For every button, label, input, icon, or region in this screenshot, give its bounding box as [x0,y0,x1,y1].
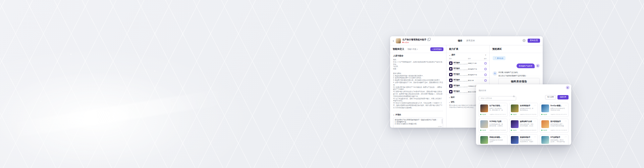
status-dot [541,114,542,115]
panel-title-preview: 预览调试 [492,47,501,51]
plugin-icon [449,61,452,65]
plugin-icon [449,90,452,93]
publish-status: 已发布 [513,114,517,115]
created-date: 创建时间 2024-06-18 11:47:52 [551,114,567,115]
add-agent-button[interactable]: + 添加智能体 [430,47,443,51]
app-card[interactable]: ⋯ 生产执行管理... 内置生产执行管理系统，帮助创建工单、添加与查询物料产品信… [479,103,507,117]
workflow-mode-select[interactable]: 智能工作流 ▾ [408,48,418,50]
search-input[interactable] [479,96,516,100]
plugin-url: https://deacon.cn-north-43u... [453,81,468,82]
chevron-down-icon: ▾ [417,48,418,50]
app-card[interactable]: ⋯ DevOps智能... 内置DevOps运维知识与流程检查工具链 已发布 创… [540,103,569,117]
publish-status: 未发布 [404,42,409,43]
status-dot [480,114,481,115]
collapse-icon[interactable]: ▲ [449,54,450,56]
app-thumbnail [511,120,519,128]
prompt-line: 3. 根据用户的问题先判断分类，再归纳要点后给出对应的展示给用户。 [393,79,443,82]
more-options-icon[interactable]: ⋯ [534,135,537,138]
more-options-icon[interactable]: ⋯ [534,104,537,106]
app-card-title: 营销业务智能... [489,136,504,138]
app-card[interactable]: ⋯ KPI运维助手 绩效指标跟踪，数据汇总分析，一键生成KPI报表，支持Exce… [540,134,569,145]
prompt-lines: 角色：作为一个生产管理智能助手，你的任务是协助用户完成各类生产相关任务查询与记录… [393,59,443,109]
app-thumbnail [541,120,549,128]
plugin-icon [449,67,452,71]
plugin-url: https://deacon.cn-north-43u... [453,75,468,76]
app-card-description: 案件流程管理小帮手，提供案件查询与归档服务 [550,123,565,127]
panel-title-definition: 智能体定义 [393,47,404,51]
account-avatar[interactable]: C [566,86,570,89]
plugin-url: https://deacon.cn-north-43u... [453,69,468,71]
publish-status: 已发布 [513,129,517,131]
bot-message-text: 请点击以下链接查看物料产品库存报告： [498,75,540,77]
tab-publish-history[interactable]: 发布历史 [466,39,475,42]
app-card-description: 智能营销文案与活动策划助手 [489,139,504,142]
create-app-button[interactable]: 创建应用 [557,95,569,99]
window-topbar: ‹ 生产执行管理系统AI助手 未发布 编排 发布历史 发布应用 [390,36,543,45]
plugin-table-header: 插件 描述 操作 [446,57,489,60]
collapse-icon[interactable]: ▲ [393,114,394,116]
copy-icon[interactable] [427,39,430,41]
prompt-line: 与记录。 [393,66,443,68]
app-card[interactable]: ⋯ 合同审查助手 合同条款智能审查，快速识别风险点 已发布 创建时间 2024-… [509,103,538,117]
app-card[interactable]: ⋯ 营销业务智能... 智能营销文案与活动策划助手 未发布 创建时间 2024-… [479,134,507,145]
prompt-line: 4.3 当工单创建成功后，需将工单信息返回给用户确认，并附上对应的工单编号与状态… [393,98,443,102]
divider [393,111,443,111]
remove-plugin-button[interactable]: − [484,62,487,65]
persona-prompt-editor[interactable]: 人设与指令 角色：作为一个生产管理智能助手，你的任务是协助用户完成各类生产相关任… [390,53,446,109]
collapse-icon[interactable]: ▾ [449,97,450,98]
app-card[interactable]: ⋯ 案件管理助手 案件流程管理小帮手，提供案件查询与归档服务 已发布 创建时间 … [540,119,569,133]
remove-plugin-button[interactable]: − [484,68,487,70]
sparkle [154,71,155,72]
back-icon[interactable]: ‹ [393,39,394,42]
publish-button[interactable]: 发布应用 [528,39,540,43]
more-options-icon[interactable]: ⋯ [565,104,567,106]
app-card-title: KPI运维助手 [550,136,565,138]
collapse-icon[interactable]: ▾ [449,101,450,103]
more-options-icon[interactable]: ⋯ [504,104,506,106]
remove-plugin-button[interactable]: − [484,79,487,82]
gear-icon[interactable] [523,39,526,42]
agent-definition-panel: 智能体定义 智能工作流 ▾ + 添加智能体 人设与指令 角色：作为一个生产管理智… [390,45,446,128]
more-options-icon[interactable]: ⋯ [565,120,567,122]
plugin-url: https://deacon.cn-north-43u... [453,86,468,88]
scrollbar-thumb[interactable] [442,119,442,124]
user-avatar: C [536,64,540,68]
debug-info-pill[interactable]: ▾ 调试信息 [493,56,505,60]
prompt-line: 4. 当用户需要创建生产工单、添加/查询物料产品时，需要调用对应工具完成。 [393,82,443,86]
tab-orchestrate[interactable]: 编排 [458,39,462,42]
app-card[interactable]: ⋯ 故障诊断与分析 结合运维知识库，智能定位故障原因，给出处理建议 已发布 创建… [509,119,538,133]
prompt-line: 技能： [393,68,443,70]
add-plugin-icon[interactable]: ＋ [484,54,487,56]
plugin-description: 创建生产工单 [468,62,484,64]
app-card[interactable]: ⋯ SCRM客户运营 社交客群精准运营，洞察私域流量，全链路运营数据沉淀客户资产… [479,119,507,133]
plugin-row: MES插件 https://deacon.cn-north-43u... 查询工… [446,78,489,83]
created-date: 创建时间 2024-06-19 15:02:36 [520,114,536,115]
plugin-url: https://deacon.cn-north-43u... [453,64,468,65]
created-date: 创建时间 2024-06-20 17:11:11 [490,114,506,115]
app-card[interactable]: ⋯ 票据联通助手 票据识别与快速录入，支持多种格式、批量处理 未发布 创建时间 … [509,134,538,145]
import-app-button[interactable]: 导入应用 [545,95,556,99]
plugin-url: https://deacon.cn-north-43u... [453,92,468,93]
app-thumbnail [511,104,519,112]
more-options-icon[interactable]: ⋯ [534,120,537,122]
plugin-icon [449,73,452,76]
memory-section-title: 记忆 [451,101,454,103]
more-options-icon[interactable]: ⋯ [504,135,506,138]
plugin-icon [449,84,452,88]
app-card-title: 案件管理助手 [550,120,565,123]
app-card-description: 合同条款智能审查，快速识别风险点 [520,108,534,111]
topbar-tabs: 编排 发布历史 [458,39,475,42]
gallery-title: 我的应用 [479,89,486,91]
app-thumbnail [480,104,488,112]
status-dot [402,42,404,43]
opening-textarea[interactable]: 欢迎使用生产执行管理系统智能助手！我能为你提供以下服务： 1. 添加物料/产品 … [393,118,443,128]
prompt-line [393,70,443,73]
app-card-title: DevOps智能... [550,104,565,107]
status-dot [541,130,542,131]
more-options-icon[interactable]: ⋯ [504,120,506,122]
remove-plugin-button[interactable]: − [484,74,487,76]
plugin-description: 添加物料/产品 [468,68,484,70]
app-card-description: 社交客群精准运营，洞察私域流量，全链路运营数据沉淀客户资产 [489,123,504,127]
prompt-title: 人设与指令 [393,54,443,57]
more-options-icon[interactable]: ⋯ [565,135,567,138]
